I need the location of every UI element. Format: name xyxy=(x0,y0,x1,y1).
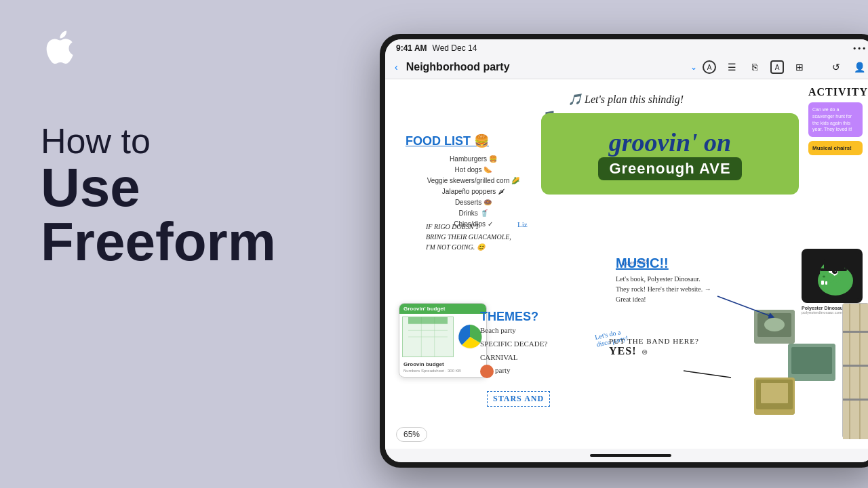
music-title: MUSIC!! xyxy=(616,256,792,271)
home-bar xyxy=(385,449,868,462)
activity-card-scavenger: Can we do a scavenger hunt for the kids … xyxy=(808,102,863,137)
svg-rect-17 xyxy=(824,258,844,270)
how-to-label: How to xyxy=(41,122,339,161)
avatar-icon xyxy=(480,365,494,378)
budget-card-header: Groovin' budget xyxy=(399,304,486,314)
liz-annotation: Liz xyxy=(517,220,528,228)
freeform-canvas[interactable]: FOOD LIST 🍔 Hamburgers 🍔 Hot dogs 🌭 Vegg… xyxy=(385,79,868,449)
canvas-content: FOOD LIST 🍔 Hamburgers 🍔 Hot dogs 🌭 Vegg… xyxy=(385,79,868,449)
budget-card-body xyxy=(399,314,486,360)
food-item-veggie: Veggie skewers/grilled corn 🌽 xyxy=(406,176,541,186)
toolbar-icons: A ☰ ⎘ A ⊞ ↺ 👤 xyxy=(703,60,867,75)
food-item-hotdogs: Hot dogs 🌭 xyxy=(406,165,541,176)
copy-icon[interactable]: ⎘ xyxy=(747,60,762,75)
board-title[interactable]: Neighborhood party xyxy=(406,61,685,73)
activity-card-chairs: Musical chairs! xyxy=(808,141,863,155)
budget-pie-chart xyxy=(456,323,484,350)
status-date: Wed Dec 14 xyxy=(433,43,477,53)
svg-rect-32 xyxy=(843,399,868,401)
svg-rect-31 xyxy=(843,365,868,367)
food-note-handwritten: IF RIGO DOESN'TBRING THEIR GUACAMOLE,I'M… xyxy=(426,222,511,252)
photo-2 xyxy=(788,344,835,381)
food-list-title: FOOD LIST 🍔 xyxy=(406,134,541,148)
circle-icon[interactable]: A xyxy=(703,60,716,74)
back-button[interactable]: ‹ xyxy=(395,62,398,73)
list-icon[interactable]: ☰ xyxy=(724,60,739,75)
groovin-on-text: groovin' on xyxy=(609,127,732,157)
status-icons: • • • xyxy=(853,44,865,52)
music-section: MUSIC!! Let's book, Polyester Dinosaur. … xyxy=(616,256,792,304)
budget-sublabel: Numbers Spreadsheet · 300 KB xyxy=(399,369,486,375)
zoom-indicator: 65% xyxy=(396,427,427,442)
svg-rect-30 xyxy=(843,331,868,333)
history-icon[interactable]: ↺ xyxy=(829,60,844,75)
ipad-device: 9:41 AM Wed Dec 14 • • • ‹ Neighborhood … xyxy=(380,34,868,468)
food-item-drinks: Drinks 🥤 xyxy=(406,208,541,219)
status-time: 9:41 AM xyxy=(396,43,427,53)
activity-title: ACTIVITY xyxy=(808,86,868,98)
food-items-list: Hamburgers 🍔 Hot dogs 🌭 Veggie skewers/g… xyxy=(406,154,541,230)
budget-card[interactable]: Groovin' budget xyxy=(399,303,487,378)
svg-rect-26 xyxy=(761,383,788,403)
budget-label: Groovin budget xyxy=(399,360,486,369)
photo-3 xyxy=(754,378,795,415)
food-item-jalapeno: Jalapeño poppers 🌶 xyxy=(406,186,541,197)
dino-image xyxy=(802,249,863,303)
svg-point-14 xyxy=(823,276,825,278)
svg-rect-16 xyxy=(825,281,827,285)
left-panel: How to Use Freeform xyxy=(0,0,380,488)
theme-pajama: party xyxy=(480,364,629,378)
share-icon[interactable]: 👤 xyxy=(852,60,867,75)
media-icon[interactable]: ⊞ xyxy=(792,60,807,75)
budget-spreadsheet-preview xyxy=(402,317,454,357)
stars-box: STARS AND xyxy=(487,391,550,407)
map-strip xyxy=(842,303,868,439)
ipad-body: 9:41 AM Wed Dec 14 • • • ‹ Neighborhood … xyxy=(380,34,868,468)
use-label: Use xyxy=(41,161,339,215)
toolbar: ‹ Neighborhood party ⌄ A ☰ ⎘ A ⊞ ↺ 👤 xyxy=(385,56,868,79)
food-item-desserts: Desserts 🍩 xyxy=(406,197,541,208)
svg-rect-15 xyxy=(821,281,824,285)
groovin-section: 🎵 Let's plan this shindig! 🎵 🎵 ♪ groovin… xyxy=(528,93,812,249)
photo-1 xyxy=(754,310,795,344)
svg-rect-23 xyxy=(791,347,832,374)
greenough-badge: Greenough AVE xyxy=(598,157,741,180)
lets-plan-text: 🎵 Let's plan this shindig! xyxy=(568,93,684,106)
apple-logo-icon xyxy=(41,27,75,68)
svg-rect-27 xyxy=(843,304,868,439)
ellipsis-icon: • • • xyxy=(853,44,865,52)
freeform-label: Freeform xyxy=(41,215,339,269)
put-band-annotation: PUT THE BAND HERE? YES! ⊗ xyxy=(609,337,699,357)
activity-section: ACTIVITY Can we do a scavenger hunt for … xyxy=(808,86,868,155)
theme-carnival: CARNIVAL xyxy=(480,351,629,365)
status-bar: 9:41 AM Wed Dec 14 • • • xyxy=(385,39,868,56)
dropdown-arrow-icon[interactable]: ⌄ xyxy=(690,62,697,72)
music-note-text: Let's book, Polyester Dinosaur. They roc… xyxy=(616,274,792,304)
home-bar-line xyxy=(590,454,671,457)
groovin-banner: groovin' on Greenough AVE xyxy=(541,113,799,195)
themes-title: THEMES? xyxy=(480,310,629,324)
text-icon[interactable]: A xyxy=(770,60,784,74)
svg-rect-5 xyxy=(408,317,448,324)
food-list-section: FOOD LIST 🍔 Hamburgers 🍔 Hot dogs 🌭 Vegg… xyxy=(406,134,541,230)
svg-line-34 xyxy=(684,371,731,378)
svg-rect-18 xyxy=(820,268,847,271)
svg-point-21 xyxy=(764,318,785,331)
ipad-screen: 9:41 AM Wed Dec 14 • • • ‹ Neighborhood … xyxy=(385,39,868,462)
food-item-hamburgers: Hamburgers 🍔 xyxy=(406,154,541,165)
